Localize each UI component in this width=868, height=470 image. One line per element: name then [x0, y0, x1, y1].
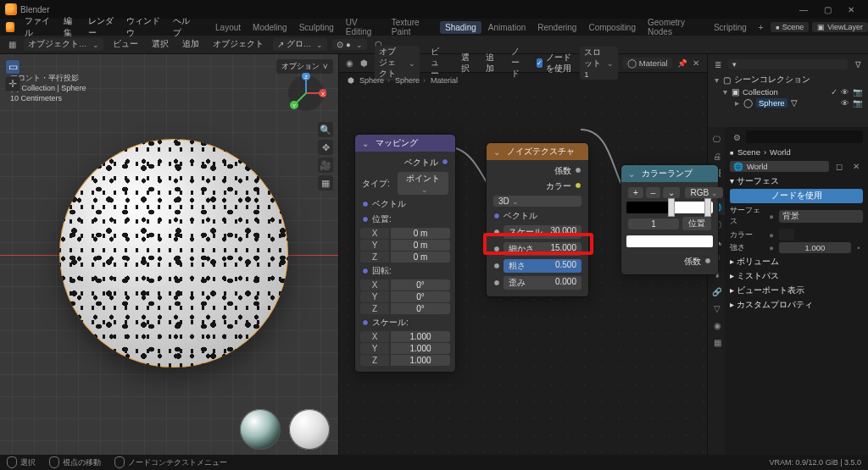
- socket-icon[interactable]: [575, 182, 581, 189]
- editor-type-icon[interactable]: ▦: [5, 38, 19, 52]
- tool-cursor-icon[interactable]: ✛: [5, 76, 20, 91]
- tab-scripting[interactable]: Scripting: [709, 21, 752, 34]
- socket-icon[interactable]: [442, 158, 448, 165]
- socket-icon[interactable]: [704, 257, 711, 264]
- tab-shading[interactable]: Shading: [440, 21, 481, 34]
- node-editor-type-icon[interactable]: ◉: [346, 57, 353, 70]
- panel-mist[interactable]: ▸ ミストパス: [730, 271, 863, 282]
- menu-edit[interactable]: 編集: [59, 14, 82, 41]
- ramp-add[interactable]: +: [628, 187, 643, 198]
- node-editor[interactable]: ◉ ⬢ オブジェクト ビュー 選択 追加 ノード ✓ ノードを使用 スロット1 …: [339, 54, 707, 455]
- vp-menu-object[interactable]: オブジェクト: [209, 37, 268, 52]
- socket-icon[interactable]: [493, 246, 500, 252]
- node-menu-select[interactable]: 選択: [457, 51, 476, 76]
- panel-viewport[interactable]: ▸ ビューポート表示: [730, 285, 863, 296]
- noise-dim[interactable]: 3D: [493, 196, 581, 207]
- menu-file[interactable]: ファイル: [20, 14, 58, 41]
- surface-shader[interactable]: 背景: [779, 210, 863, 223]
- close-icon[interactable]: ✕: [693, 57, 700, 70]
- filter-icon[interactable]: ∇: [851, 58, 865, 71]
- tab-anim[interactable]: Animation: [483, 21, 531, 34]
- panel-custom[interactable]: ▸ カスタムプロパティ: [730, 300, 863, 311]
- scene-selector[interactable]: ￭ Scene: [771, 22, 810, 32]
- socket-icon[interactable]: [362, 319, 369, 326]
- bc-world[interactable]: World: [770, 147, 791, 157]
- socket-icon[interactable]: [362, 268, 369, 274]
- vp-menu-select[interactable]: 選択: [147, 37, 173, 52]
- tab-layout[interactable]: Layout: [210, 21, 246, 34]
- camera-view-icon[interactable]: 🎥: [318, 158, 333, 173]
- ramp-color-swatch[interactable]: [626, 235, 713, 247]
- ptab-output-icon[interactable]: 🖨: [708, 147, 725, 164]
- mapping-scale-x[interactable]: 1.000: [391, 331, 450, 342]
- mapping-loc-x[interactable]: 0 m: [391, 228, 450, 239]
- bc-material[interactable]: Material: [431, 76, 458, 85]
- app-icon[interactable]: [6, 22, 14, 32]
- outliner-filter[interactable]: ▾: [728, 59, 848, 69]
- nav-gizmo[interactable]: X Z Y: [286, 73, 326, 113]
- bc-sphere-2[interactable]: Sphere: [395, 76, 426, 85]
- move-view-icon[interactable]: ✥: [318, 140, 333, 155]
- socket-icon[interactable]: [362, 216, 369, 223]
- prop-type-icon[interactable]: ⚙: [730, 130, 743, 144]
- color-ramp-gradient[interactable]: [626, 202, 713, 213]
- orientation-dropdown[interactable]: ↗ グロ…: [273, 38, 328, 51]
- new-world-icon[interactable]: ◻: [832, 159, 846, 173]
- use-nodes-button[interactable]: ノードを使用: [730, 189, 863, 203]
- mapping-rot-x[interactable]: 0°: [391, 279, 450, 290]
- mapping-type[interactable]: ポイント: [398, 172, 448, 195]
- tab-sculpting[interactable]: Sculpting: [294, 21, 339, 34]
- ramp-remove[interactable]: –: [646, 187, 661, 198]
- tab-geonodes[interactable]: Geometry Nodes: [643, 16, 707, 38]
- tool-select-icon[interactable]: ▭: [5, 59, 20, 75]
- mapping-rot-z[interactable]: 0°: [391, 303, 450, 314]
- outliner[interactable]: ≣ ▾ ∇ ▾▢ シーンコレクション ▾▣ Collection ✓👁📷 ▸◯ …: [708, 54, 868, 127]
- ramp-stop[interactable]: [704, 198, 711, 217]
- window-close[interactable]: ✕: [839, 5, 863, 14]
- outliner-item-sphere[interactable]: ▸◯ Sphere ▽ 👁📷: [711, 97, 865, 108]
- ptab-render-icon[interactable]: 🖵: [708, 130, 725, 147]
- tab-texpaint[interactable]: Texture Paint: [387, 16, 438, 38]
- ramp-menu[interactable]: ⌄: [663, 187, 680, 198]
- panel-volume[interactable]: ▸ ボリューム: [730, 257, 863, 268]
- world-datablock[interactable]: 🌐 World: [730, 161, 829, 172]
- ramp-position[interactable]: 位置: [682, 217, 711, 230]
- zoom-icon[interactable]: 🔍: [318, 122, 333, 137]
- noise-detail[interactable]: 細かさ15.000: [504, 242, 581, 256]
- mode-dropdown[interactable]: オブジェクト…: [24, 38, 103, 51]
- material-preview-flat[interactable]: [289, 409, 330, 450]
- ramp-interp[interactable]: RGB: [685, 187, 723, 198]
- properties-search[interactable]: [746, 130, 863, 143]
- socket-dot-icon[interactable]: ●: [767, 243, 776, 252]
- outliner-collection[interactable]: ▾▣ Collection ✓👁📷: [711, 86, 865, 97]
- bc-scene[interactable]: Scene: [737, 147, 760, 157]
- options-badge[interactable]: オプション ∨: [276, 59, 333, 74]
- bc-sphere-1[interactable]: Sphere: [359, 76, 390, 85]
- unlink-icon[interactable]: ✕: [849, 159, 863, 173]
- material-preview-hdri[interactable]: [240, 409, 281, 450]
- socket-icon[interactable]: [493, 213, 500, 219]
- socket-icon[interactable]: [362, 201, 369, 207]
- world-color-swatch[interactable]: [779, 229, 794, 241]
- ramp-index[interactable]: 1: [628, 218, 679, 229]
- material-datablock[interactable]: ◯ Material: [623, 58, 672, 69]
- tab-compositing[interactable]: Compositing: [583, 21, 641, 34]
- outliner-scene-collection[interactable]: ▾▢ シーンコレクション: [711, 74, 865, 86]
- ptab-material-icon[interactable]: ◉: [708, 317, 725, 334]
- tab-add[interactable]: +: [754, 21, 769, 34]
- tab-modeling[interactable]: Modeling: [248, 21, 292, 34]
- node-mapping[interactable]: マッピング ベクトル タイプ:ポイント ベクトル 位置: X0 m Y0 m Z…: [354, 134, 456, 373]
- vp-menu-add[interactable]: 追加: [178, 37, 203, 52]
- viewport-3d[interactable]: オプション ∨ フロント・平行投影 (1) Collection | Spher…: [0, 54, 339, 455]
- mapping-loc-z[interactable]: 0 m: [391, 252, 450, 263]
- vp-menu-view[interactable]: ビュー: [108, 37, 142, 52]
- noise-roughness[interactable]: 粗さ0.500: [504, 259, 581, 273]
- node-object-mode[interactable]: オブジェクト: [375, 46, 420, 80]
- socket-dot-icon[interactable]: ●: [767, 212, 776, 221]
- slot-dropdown[interactable]: スロット1: [580, 47, 618, 80]
- node-menu-add[interactable]: 追加: [481, 51, 500, 76]
- mapping-scale-y[interactable]: 1.000: [391, 343, 450, 354]
- socket-icon[interactable]: [575, 167, 581, 174]
- sphere-object[interactable]: [59, 139, 288, 368]
- pin-icon[interactable]: 📌: [677, 57, 687, 70]
